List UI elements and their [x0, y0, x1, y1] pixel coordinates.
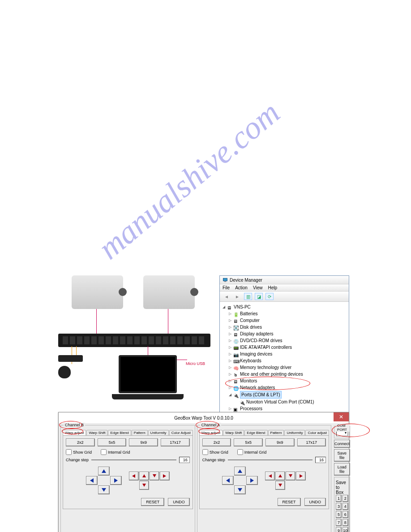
undo-button[interactable]: UNDO	[168, 498, 190, 506]
tab-color-adjust[interactable]: Color Adjust	[169, 430, 193, 435]
close-button[interactable]: ✕	[334, 412, 349, 421]
grid-2x2-button-a[interactable]: 2x2	[202, 438, 231, 446]
tab-warp-shift[interactable]: Warp Shift	[86, 430, 107, 435]
device-manager-titlebar: Device Manager	[220, 276, 349, 284]
fine-down2-button-a[interactable]	[286, 472, 295, 481]
grid-17x17-button-a[interactable]: 17x17	[297, 438, 326, 446]
load-file-button[interactable]: Load file	[334, 463, 350, 476]
fine-right-button-a[interactable]	[296, 472, 306, 481]
fine-adjust-pad	[129, 472, 170, 490]
arrow-up-button[interactable]	[98, 467, 110, 476]
reset-button[interactable]: RESET	[141, 498, 164, 506]
menu-file[interactable]: File	[223, 285, 230, 290]
grid-5x5-button-a[interactable]: 5x5	[234, 438, 263, 446]
arrow-right-button[interactable]	[110, 476, 122, 485]
channel-a-tabs: Warp adjust Warp Shift Edge Blend Patter…	[199, 430, 329, 436]
arrow-up-button-a[interactable]	[234, 467, 246, 476]
show-grid-checkbox[interactable]: Show Grid	[66, 449, 92, 455]
tree-node-com-port[interactable]: 🔌Nuvoton Virtual Com Port (COM1)	[221, 399, 348, 405]
box-slot-9[interactable]: 9	[336, 527, 342, 532]
channel-b-tabs: Warp adjust Warp Shift Edge Blend Patter…	[63, 430, 193, 436]
grid-2x2-button[interactable]: 2x2	[66, 438, 95, 446]
laptop-image	[112, 355, 184, 404]
box-slot-10[interactable]: 10	[342, 527, 348, 532]
device-manager-title-text: Device Manager	[230, 278, 262, 283]
tree-node[interactable]: ▷📷Imaging devices	[221, 351, 348, 357]
arrow-down-button[interactable]	[98, 485, 110, 494]
tab-edge-blend-a[interactable]: Edge Blend	[244, 430, 267, 435]
box-slot-6[interactable]: 6	[342, 511, 348, 518]
internal-grid-checkbox-a[interactable]: Internal Grid	[237, 449, 267, 455]
fine-up-button-a[interactable]	[275, 472, 285, 481]
change-step-slider-a[interactable]	[228, 459, 313, 460]
arrow-left-button-a[interactable]	[222, 476, 234, 485]
grid-5x5-button[interactable]: 5x5	[98, 438, 127, 446]
tree-node[interactable]: ▷🖥Computer	[221, 317, 348, 324]
tab-pattern-a[interactable]: Pattern	[268, 430, 284, 435]
tree-node[interactable]: ▷⌨Keyboards	[221, 357, 348, 364]
arrow-right-button-a[interactable]	[246, 476, 258, 485]
channel-b-label: Channel B	[64, 423, 85, 427]
grid-9x9-button-a[interactable]: 9x9	[265, 438, 295, 446]
tree-node[interactable]: ▷▣Processors	[221, 405, 348, 412]
change-step-slider[interactable]	[91, 459, 176, 460]
tree-root[interactable]: ◢🖥VNS-PC	[221, 304, 348, 310]
direction-pad-blue	[86, 467, 122, 494]
tree-node[interactable]: ▷🖥Monitors	[221, 378, 348, 384]
tab-edge-blend[interactable]: Edge Blend	[108, 430, 131, 435]
tab-warp-adjust-a[interactable]: Warp adjust	[199, 430, 223, 435]
box-slot-3[interactable]: 3	[336, 503, 342, 510]
fine-down2-button[interactable]	[150, 472, 159, 481]
fine-left-button-a[interactable]	[265, 472, 275, 481]
direction-pad-blue-a	[222, 467, 258, 494]
undo-button-a[interactable]: UNDO	[304, 498, 326, 506]
toolbar-forward-icon[interactable]: ►	[233, 293, 241, 300]
tree-node[interactable]: ▷🧠Memory technology driver	[221, 364, 348, 371]
warp-tool-window: GeoBox Warp Tool V 0.0.10.0 ✕ Channel B …	[58, 412, 349, 532]
menu-view[interactable]: View	[253, 285, 263, 290]
fine-down-button[interactable]	[139, 481, 149, 490]
tree-node[interactable]: ▷💿DVD/CD-ROM drives	[221, 337, 348, 344]
grid-17x17-button[interactable]: 17x17	[161, 438, 190, 446]
save-file-button[interactable]: Save file	[334, 449, 350, 462]
tab-uniformity[interactable]: Uniformity	[148, 430, 169, 435]
menu-action[interactable]: Action	[235, 285, 248, 290]
grid-9x9-button[interactable]: 9x9	[129, 438, 158, 446]
box-slot-7[interactable]: 7	[336, 519, 342, 526]
warp-tool-titlebar: GeoBox Warp Tool V 0.0.10.0 ✕	[59, 412, 349, 423]
box-slot-8[interactable]: 8	[342, 519, 348, 526]
tree-node-ports[interactable]: ◢🔌Ports (COM & LPT)	[221, 391, 348, 399]
tree-node[interactable]: ▷🖥Display adapters	[221, 330, 348, 337]
toolbar-back-icon[interactable]: ◄	[223, 293, 231, 300]
reset-button-a[interactable]: RESET	[278, 498, 301, 506]
fine-right-button[interactable]	[160, 472, 170, 481]
toolbar-show-hide-icon[interactable]: ▥	[244, 293, 252, 300]
internal-grid-checkbox[interactable]: Internal Grid	[101, 449, 130, 455]
tree-node[interactable]: ▷📟IDE ATA/ATAPI controllers	[221, 344, 348, 351]
fine-left-button[interactable]	[129, 472, 139, 481]
tab-uniformity-a[interactable]: Uniformity	[284, 430, 305, 435]
tree-node[interactable]: ▷🌐Network adapters	[221, 384, 348, 391]
arrow-down-button-a[interactable]	[234, 485, 246, 494]
fine-up-button[interactable]	[139, 472, 149, 481]
svg-rect-0	[223, 278, 227, 281]
tab-pattern[interactable]: Pattern	[132, 430, 148, 435]
arrow-left-button[interactable]	[86, 476, 98, 485]
box-slot-2[interactable]: 2	[342, 495, 348, 502]
connect-button[interactable]: Connect	[334, 440, 350, 448]
menu-help[interactable]: Help	[268, 285, 277, 290]
tree-node[interactable]: ▷🔋Batteries	[221, 310, 348, 317]
toolbar-properties-icon[interactable]: ◪	[255, 293, 263, 300]
dvd-player-image	[58, 355, 83, 362]
tab-warp-adjust[interactable]: Warp adjust	[63, 430, 86, 435]
tab-color-adjust-a[interactable]: Color adjust	[305, 430, 329, 435]
tree-node[interactable]: ▷🖱Mice and other pointing devices	[221, 371, 348, 378]
box-slot-4[interactable]: 4	[342, 503, 348, 510]
fine-down-button-a[interactable]	[275, 481, 285, 490]
show-grid-checkbox-a[interactable]: Show Grid	[202, 449, 228, 455]
tab-warp-shift-a[interactable]: Warp Shift	[223, 430, 244, 435]
tree-node[interactable]: ▷💽Disk drives	[221, 324, 348, 330]
toolbar-scan-icon[interactable]: ⟳	[265, 293, 274, 300]
box-slot-5[interactable]: 5	[336, 511, 342, 518]
box-slot-1[interactable]: 1	[336, 495, 342, 502]
